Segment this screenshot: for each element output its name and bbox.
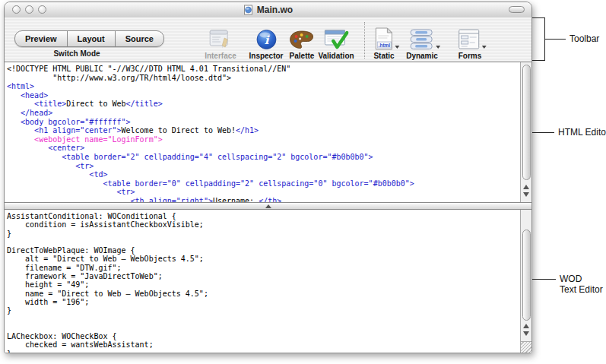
code-line: filename = "DTW.gif"; [7,264,519,272]
code-line: <html> [7,82,519,91]
layout-tab[interactable]: Layout [68,31,116,46]
html-editor-content[interactable]: <!DOCTYPE HTML PUBLIC "-//W3C//DTD HTML … [5,62,519,202]
forms-label: Forms [458,52,482,60]
code-line: <table border="2" cellpadding="4" cellsp… [7,153,519,162]
code-line: <h1 align="center">Welcome to Direct to … [7,126,519,135]
interface-label: Interface [205,52,236,60]
palette-button[interactable]: Palette [290,24,315,60]
code-line: AssistantConditional: WOConditional { [7,212,519,220]
window-titlebar[interactable]: Main.wo [5,2,531,18]
html-editor-callout-line [532,132,554,133]
code-line: framework = "JavaDirectToWeb"; [7,272,519,280]
dynamic-dropdown-arrow[interactable] [436,46,440,49]
code-line [7,238,519,246]
scrollbar-thumb[interactable] [522,65,531,180]
scroll-down-arrow[interactable] [523,192,529,197]
code-line: <webobject name="LoginForm"> [7,135,519,144]
code-line: <td> [7,170,519,179]
inspector-icon: i [255,26,277,50]
inspector-button[interactable]: i Inspector [249,24,283,60]
code-line: LACheckbox: WOCheckBox { [7,332,519,340]
splitter-collapse-arrow-icon[interactable] [265,204,271,208]
wod-editor-scrollbar[interactable] [520,210,531,353]
toolbar-callout-line [545,39,566,40]
wod-editor[interactable]: AssistantConditional: WOConditional { co… [5,210,531,353]
palette-icon [290,26,314,50]
wod-editor-content[interactable]: AssistantConditional: WOConditional { co… [5,210,519,353]
forms-icon [458,26,481,50]
code-line: DirectToWebPlaque: WOImage { [7,246,519,255]
code-line: </head> [7,109,519,118]
scroll-up-arrow[interactable] [523,185,529,189]
validation-label: Validation [318,52,354,60]
code-line: } [7,350,519,353]
code-line: <tr> [7,188,519,197]
document-icon [243,5,253,15]
toolbar-separator [364,22,365,59]
html-editor-scrollbar[interactable] [520,62,531,202]
toolbar: Preview Layout Source Switch Mode [5,17,531,62]
code-line [7,315,519,324]
window-title: Main.wo [257,5,293,15]
validation-icon [324,26,348,50]
code-line: alt = "Direct to Web – WebObjects 4.5"; [7,255,519,263]
code-line: } [7,229,519,238]
toolbar-callout-bracket [532,17,545,61]
static-dropdown-arrow[interactable] [395,46,399,49]
validation-button[interactable]: Validation [318,24,354,60]
interface-button: Interface [205,24,236,60]
toolbar-toggle-button[interactable] [509,6,525,13]
switch-mode-label: Switch Mode [14,49,139,58]
html-editor[interactable]: <!DOCTYPE HTML PUBLIC "-//W3C//DTD HTML … [5,62,531,202]
screenshot-canvas: Main.wo Preview Layout Source Switch Mod… [0,0,606,364]
code-line: <tr> [7,162,519,171]
inspector-label: Inspector [249,52,283,60]
forms-button[interactable]: Forms [458,24,482,60]
code-line: condition = isAssistantCheckboxVisible; [7,220,519,229]
dynamic-elements-icon [409,26,435,50]
wod-editor-callout-line [532,279,556,280]
code-line: <head> [7,91,519,100]
interface-icon [209,26,232,50]
code-line: <!DOCTYPE HTML PUBLIC "-//W3C//DTD HTML … [7,65,519,74]
svg-text:.html: .html [378,43,390,48]
static-html-icon: .html [374,26,394,50]
code-line: <title>Direct to Web</title> [7,100,519,109]
static-label: Static [373,52,394,60]
code-line: <body bgcolor="#ffffff"> [7,118,519,127]
code-line: <table border="0" cellpadding="2" cellsp… [7,179,519,188]
code-line [7,324,519,332]
wod-editor-callout-label-2: Text Editor [560,284,603,295]
code-line: height = "49"; [7,280,519,289]
scroll-down-arrow[interactable] [523,331,529,336]
webobjects-builder-window: Main.wo Preview Layout Source Switch Mod… [4,2,532,353]
scrollbar-thumb[interactable] [522,229,531,321]
static-button[interactable]: .html Static [373,24,394,60]
palette-label: Palette [290,52,315,60]
code-line: width = "196"; [7,298,519,306]
title-group: Main.wo [5,2,531,17]
source-tab[interactable]: Source [116,31,163,46]
html-editor-callout-label: HTML Editor [558,127,606,138]
window-resize-grip[interactable] [520,341,531,353]
dynamic-label: Dynamic [406,52,438,60]
preview-tab[interactable]: Preview [15,31,68,46]
toolbar-callout-label: Toolbar [570,33,599,44]
forms-dropdown-arrow[interactable] [482,46,487,49]
code-line: "http://www.w3.org/TR/html4/loose.dtd"> [7,74,519,83]
dynamic-button[interactable]: Dynamic [406,24,438,60]
scroll-up-arrow[interactable] [523,324,529,328]
code-line: name = "Direct to Web – WebObjects 4.5"; [7,290,519,298]
code-line: checked = wantsWebAssistant; [7,340,519,349]
code-line: <center> [7,144,519,153]
pane-splitter[interactable] [5,202,531,210]
code-line: } [7,306,519,315]
switch-mode-control: Preview Layout Source [14,30,164,47]
code-line: <th align="right">Username: </th> [7,197,519,202]
wod-editor-callout-label-1: WOD [560,274,582,284]
